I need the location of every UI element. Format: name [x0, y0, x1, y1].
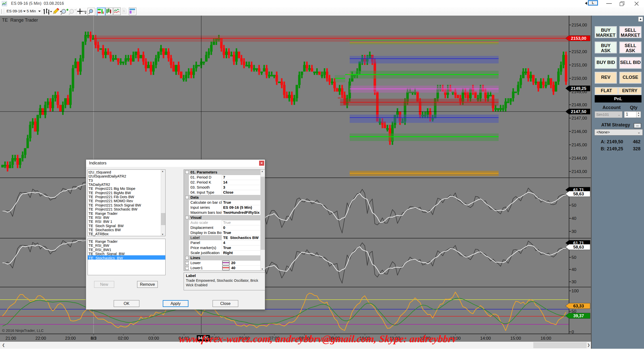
- svg-text:30: 30: [572, 229, 576, 234]
- svg-text:100: 100: [572, 289, 579, 293]
- svg-text:2153,00: 2153,00: [571, 36, 586, 41]
- svg-text:2150,00: 2150,00: [572, 76, 587, 81]
- svg-text:30: 30: [572, 279, 576, 284]
- svg-text:2152,00: 2152,00: [572, 49, 587, 54]
- svg-text:2144,00: 2144,00: [572, 156, 587, 161]
- svg-text:© 2016 NinjaTrader, LLC: © 2016 NinjaTrader, LLC: [2, 328, 44, 333]
- svg-text:TE Range Trader: TE Range Trader: [2, 18, 38, 23]
- svg-text:58,63: 58,63: [573, 192, 584, 196]
- svg-text:2148,00: 2148,00: [572, 102, 587, 107]
- svg-text:50: 50: [572, 203, 576, 208]
- svg-text:58,63: 58,63: [573, 245, 584, 250]
- svg-text:2143,00: 2143,00: [572, 169, 587, 174]
- svg-text:63,33: 63,33: [573, 304, 584, 308]
- svg-text:0: 0: [572, 330, 574, 334]
- svg-text:40: 40: [572, 216, 576, 221]
- svg-text:2147,50: 2147,50: [571, 109, 586, 114]
- svg-text:2145,00: 2145,00: [572, 143, 587, 147]
- svg-text:2149,25: 2149,25: [571, 86, 586, 91]
- svg-text:$: $: [123, 9, 125, 13]
- svg-text:50: 50: [572, 255, 576, 260]
- svg-text:40: 40: [572, 267, 576, 272]
- svg-text:39,37: 39,37: [573, 313, 584, 318]
- svg-text:2154,00: 2154,00: [572, 23, 587, 27]
- svg-text:2151,00: 2151,00: [572, 63, 587, 67]
- svg-text:2147,00: 2147,00: [572, 116, 587, 121]
- svg-text:2146,00: 2146,00: [572, 129, 587, 134]
